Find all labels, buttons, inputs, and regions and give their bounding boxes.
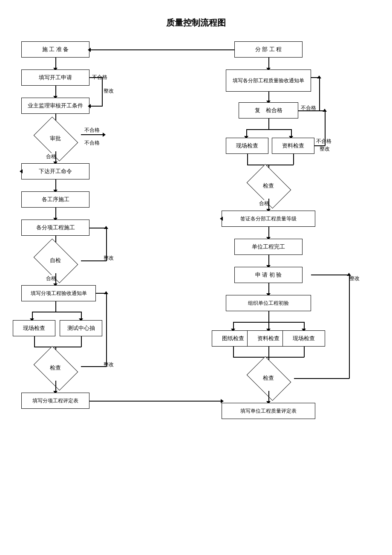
left-diamond-ziJian: 自检: [30, 248, 81, 273]
left-box-tianXieKaiGong: 填写开工申请: [21, 69, 89, 86]
right-box-tianXieFenBu: 填写各分部工程质量验收通知单: [226, 69, 311, 92]
right-box-zuZhi: 组织单位工程初验: [226, 295, 311, 311]
right-box-ziLiao1: 资料检查: [272, 138, 314, 154]
left-box-xiaDA: 下达开工命令: [21, 163, 89, 179]
left-box-yeZhu: 业主监理审核开工条件: [21, 98, 89, 114]
label-zhengGai-1: 整改: [104, 87, 114, 95]
page: 质量控制流程图 施 工 准 备 填写开工申请 不合格 整改 业主监理审核开工条件: [0, 0, 392, 555]
right-box-fenBu: 分 部 工 程: [234, 41, 303, 58]
label-buhege-4r: 不合格: [316, 138, 331, 145]
label-zhengGai-3: 整改: [104, 361, 114, 368]
left-box-xianChang1: 现场检查: [13, 320, 55, 336]
left-box-pingDing: 填写分项工程评定表: [21, 393, 89, 409]
label-buhege-3: 不合格: [84, 139, 100, 147]
left-box-gongXu: 各工序施工: [21, 191, 89, 208]
left-diamond-shenPi: 审批: [30, 126, 81, 151]
label-hege-1: 合格: [46, 153, 56, 160]
right-box-fuJian: 复 检合格: [239, 102, 298, 119]
left-box-shiGongZhunBei: 施 工 准 备: [21, 41, 89, 58]
left-box-tianXieFenXiang: 填写分项工程验收通知单: [21, 285, 96, 301]
label-zhengGai-r1: 整改: [320, 145, 330, 153]
left-box-fenXiang: 各分项工程施工: [21, 220, 89, 236]
right-box-danWei: 单位工程完工: [234, 239, 303, 255]
right-box-danWeiPingDing: 填写单位工程质量评定表: [222, 403, 315, 419]
left-diamond-jianCha: 检查: [30, 355, 81, 381]
flowchart: 施 工 准 备 填写开工申请 不合格 整改 业主监理审核开工条件: [9, 41, 383, 536]
left-box-ceShi: 测试中心抽: [60, 320, 102, 336]
page-title: 质量控制流程图: [9, 17, 383, 29]
right-box-xianChang2: 现场检查: [226, 138, 268, 154]
label-buhege-2: 不合格: [84, 127, 100, 134]
right-box-shenQing: 申 请 初 验: [234, 267, 303, 283]
label-hege-2: 合格: [46, 275, 56, 282]
label-zhengGai-r2: 整改: [349, 275, 360, 282]
label-hege-r1: 合格: [259, 200, 269, 207]
right-box-xianChang3: 现场检查: [282, 330, 325, 347]
right-diamond-jianCha1: 检查: [243, 173, 294, 199]
right-diamond-jianCha2: 检查: [243, 365, 294, 391]
right-box-qianZheng: 签证各分部工程质量等级: [222, 211, 315, 227]
